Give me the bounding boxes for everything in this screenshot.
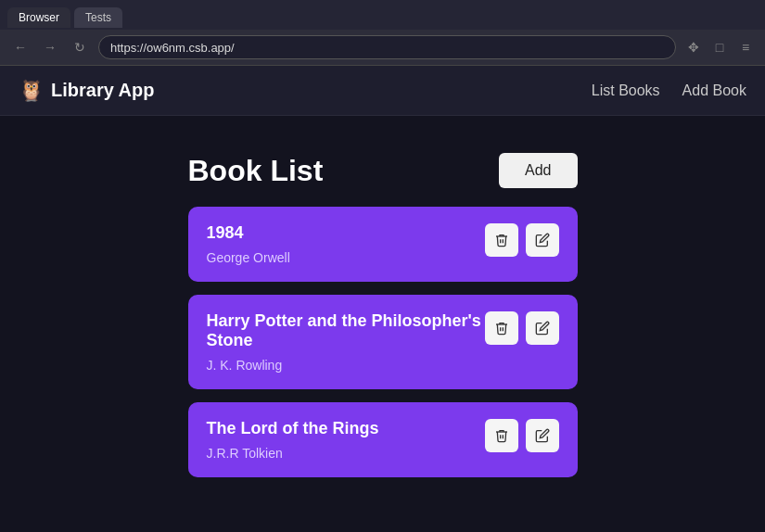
book-actions	[485, 311, 559, 345]
book-author: George Orwell	[207, 250, 485, 265]
reload-button[interactable]: ↻	[69, 36, 91, 58]
book-title: The Lord of the Rings	[207, 419, 485, 438]
edit-book-button[interactable]	[526, 311, 559, 345]
edit-icon	[535, 233, 550, 247]
app-nav: List Books Add Book	[592, 82, 746, 99]
book-actions	[485, 223, 559, 257]
browser-actions: ✥ □ ≡	[683, 37, 756, 57]
app-content: Book List Add 1984 George Orwell	[0, 116, 765, 532]
book-author: J.R.R Tolkien	[207, 446, 485, 461]
delete-book-button[interactable]	[485, 311, 518, 345]
page-title: Book List	[188, 154, 324, 188]
browser-tab-tests[interactable]: Tests	[74, 7, 122, 28]
app-title: Library App	[51, 80, 155, 101]
extensions-button[interactable]: ✥	[683, 37, 704, 57]
bookmark-button[interactable]: □	[709, 37, 730, 57]
menu-button[interactable]: ≡	[735, 37, 756, 57]
edit-book-button[interactable]	[526, 223, 559, 257]
edit-icon	[535, 428, 550, 443]
delete-book-button[interactable]	[485, 419, 518, 452]
book-card: Harry Potter and the Philosopher's Stone…	[188, 295, 578, 389]
page-header: Book List Add	[188, 153, 578, 188]
book-title: Harry Potter and the Philosopher's Stone	[207, 311, 485, 350]
book-info: Harry Potter and the Philosopher's Stone…	[207, 311, 485, 373]
book-card-header: Harry Potter and the Philosopher's Stone…	[207, 311, 559, 373]
add-book-button[interactable]: Add	[499, 153, 577, 188]
trash-icon	[494, 321, 509, 336]
trash-icon	[494, 233, 509, 247]
book-card: 1984 George Orwell	[188, 207, 578, 282]
browser-toolbar: ← → ↻ ✥ □ ≡	[0, 30, 765, 65]
book-list: 1984 George Orwell	[188, 207, 578, 477]
browser-chrome: Browser Tests ← → ↻ ✥ □ ≡	[0, 0, 765, 66]
address-bar[interactable]	[98, 35, 676, 59]
back-button[interactable]: ←	[9, 36, 32, 58]
nav-add-book[interactable]: Add Book	[682, 82, 746, 99]
book-card-header: 1984 George Orwell	[207, 223, 559, 265]
edit-book-button[interactable]	[526, 419, 559, 452]
book-card: The Lord of the Rings J.R.R Tolkien	[188, 402, 578, 477]
owl-icon: 🦉	[19, 79, 44, 103]
edit-icon	[535, 321, 550, 336]
content-wrapper: Book List Add 1984 George Orwell	[188, 153, 578, 496]
book-title: 1984	[207, 223, 485, 243]
forward-button[interactable]: →	[39, 36, 61, 58]
browser-tab-browser[interactable]: Browser	[7, 7, 70, 28]
book-info: The Lord of the Rings J.R.R Tolkien	[207, 419, 485, 461]
app-header: 🦉 Library App List Books Add Book	[0, 66, 765, 116]
book-info: 1984 George Orwell	[207, 223, 485, 265]
nav-list-books[interactable]: List Books	[592, 82, 660, 99]
book-actions	[485, 419, 559, 452]
trash-icon	[494, 428, 509, 443]
book-author: J. K. Rowling	[207, 358, 485, 373]
browser-tabs: Browser Tests	[0, 0, 765, 30]
app-logo: 🦉 Library App	[19, 79, 155, 103]
delete-book-button[interactable]	[485, 223, 518, 257]
book-card-header: The Lord of the Rings J.R.R Tolkien	[207, 419, 559, 461]
